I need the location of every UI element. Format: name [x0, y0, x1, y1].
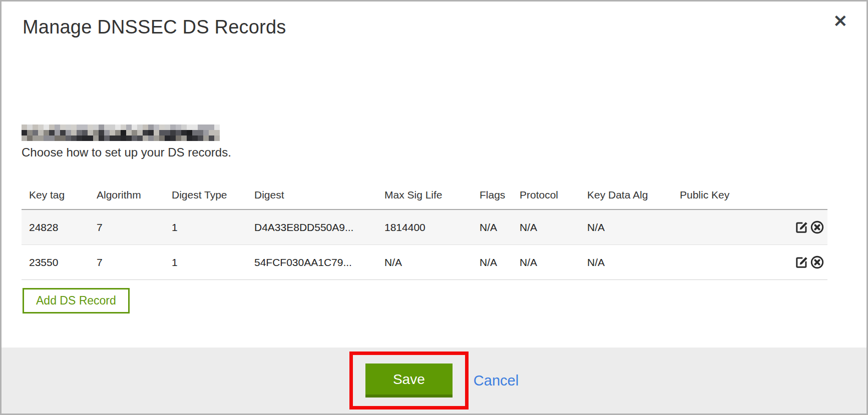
close-icon[interactable]: ✕ — [833, 12, 848, 30]
column-header-digest: Digest — [254, 189, 384, 201]
column-header-public-key: Public Key — [680, 189, 787, 201]
cell-algorithm: 7 — [97, 256, 172, 268]
ds-records-table: Key tag Algorithm Digest Type Digest Max… — [22, 174, 827, 280]
modal-footer: Save Cancel — [2, 348, 866, 414]
cell-flags: N/A — [480, 256, 520, 268]
cell-digest-type: 1 — [172, 222, 254, 234]
cell-key-tag: 24828 — [29, 222, 97, 234]
column-header-max-sig-life: Max Sig Life — [384, 189, 480, 201]
redacted-domain — [22, 124, 220, 141]
table-row: 24828 7 1 D4A33E8DD550A9... 1814400 N/A … — [22, 210, 827, 245]
cell-key-data-alg: N/A — [587, 256, 680, 268]
cell-max-sig-life: N/A — [384, 256, 480, 268]
edit-icon — [794, 264, 809, 270]
delete-record-button[interactable] — [810, 220, 824, 234]
column-header-key-data-alg: Key Data Alg — [587, 189, 680, 201]
instruction-text: Choose how to set up your DS records. — [22, 146, 231, 160]
cell-algorithm: 7 — [97, 222, 172, 234]
delete-record-button[interactable] — [810, 255, 824, 270]
manage-dnssec-modal: Manage DNSSEC DS Records ✕ Choose how to… — [0, 0, 868, 415]
edit-record-button[interactable] — [794, 255, 809, 270]
cell-protocol: N/A — [520, 256, 587, 268]
cell-protocol: N/A — [520, 222, 587, 234]
cell-key-data-alg: N/A — [587, 222, 680, 234]
edit-record-button[interactable] — [794, 220, 809, 234]
delete-icon — [810, 264, 824, 270]
table-row: 23550 7 1 54FCF030AA1C79... N/A N/A N/A … — [22, 245, 827, 280]
annotation-highlight-box: Save — [349, 352, 469, 410]
edit-icon — [794, 228, 809, 234]
page-title: Manage DNSSEC DS Records — [23, 16, 286, 38]
row-actions — [787, 220, 827, 234]
add-ds-record-button[interactable]: Add DS Record — [23, 288, 130, 314]
column-header-key-tag: Key tag — [29, 189, 97, 201]
save-button[interactable]: Save — [365, 364, 453, 398]
row-actions — [787, 255, 827, 270]
table-header-row: Key tag Algorithm Digest Type Digest Max… — [22, 174, 827, 210]
cell-max-sig-life: 1814400 — [384, 222, 480, 234]
column-header-algorithm: Algorithm — [97, 189, 172, 201]
column-header-flags: Flags — [480, 189, 520, 201]
cell-digest: 54FCF030AA1C79... — [254, 256, 384, 268]
cell-key-tag: 23550 — [29, 256, 97, 268]
delete-icon — [810, 228, 824, 234]
cell-digest: D4A33E8DD550A9... — [254, 222, 384, 234]
column-header-digest-type: Digest Type — [172, 189, 254, 201]
cell-digest-type: 1 — [172, 256, 254, 268]
cell-flags: N/A — [480, 222, 520, 234]
column-header-protocol: Protocol — [520, 189, 587, 201]
cancel-link[interactable]: Cancel — [474, 372, 519, 389]
